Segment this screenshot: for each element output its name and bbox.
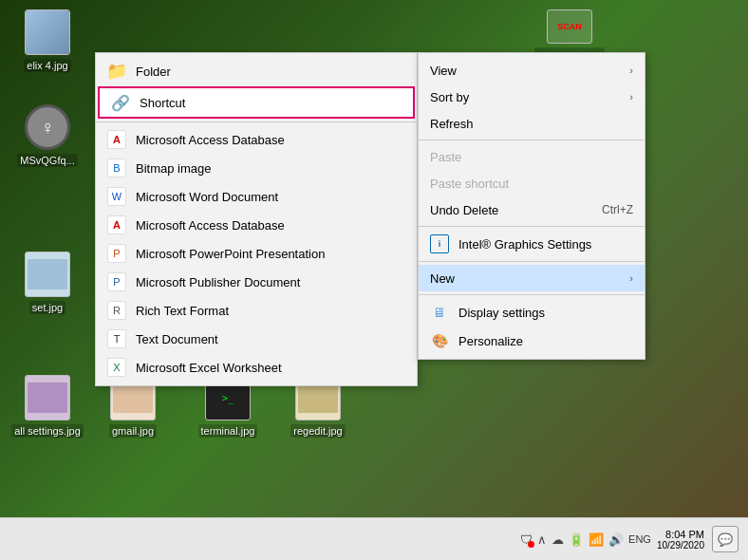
menu-item-label: Microsoft PowerPoint Presentation — [136, 247, 325, 261]
menu-item-label: Sort by — [430, 90, 469, 104]
menu-item-rtf[interactable]: R Rich Text Format — [96, 296, 417, 325]
menu-item-shortcut[interactable]: 🔗 Shortcut — [98, 86, 415, 119]
icon-thumbnail — [25, 375, 70, 420]
menu-item-label: Microsoft Publisher Document — [136, 275, 300, 289]
display-icon: 🖥 — [430, 303, 449, 322]
menu-item-label: Text Document — [136, 332, 218, 346]
excel-icon: X — [107, 358, 126, 377]
arrow-icon: › — [629, 272, 633, 284]
menu-item-txt[interactable]: T Text Document — [96, 325, 417, 353]
rtf-icon: R — [107, 301, 126, 320]
menu-item-label: Shortcut — [140, 96, 185, 110]
menu-item-label: New — [430, 271, 455, 286]
icon-label: regedit.jpg — [290, 424, 345, 438]
menu-item-refresh[interactable]: Refresh — [419, 110, 645, 137]
menu-item-paste: Paste — [419, 143, 645, 170]
menu-item-label: View — [430, 64, 457, 78]
personalize-icon: 🎨 — [430, 331, 449, 350]
menu-item-view[interactable]: View › — [419, 57, 645, 84]
folder-icon: 📁 — [107, 62, 126, 81]
arrow-icon: › — [629, 65, 633, 76]
arrow-up-icon: ∧ — [537, 532, 547, 547]
menu-item-label: Folder — [136, 65, 171, 79]
menu-item-word[interactable]: W Microsoft Word Document — [96, 182, 417, 211]
desktop-icon-msvqgfq[interactable]: ♀ MSvQGfq... — [9, 104, 85, 167]
menu-item-paste-shortcut: Paste shortcut — [419, 170, 645, 196]
word-icon: W — [107, 187, 126, 206]
desktop: elix 4.jpg ♀ MSvQGfq... set.jpg all sett… — [0, 0, 748, 517]
menu-divider — [419, 294, 645, 295]
menu-item-label: Undo Delete — [430, 203, 498, 217]
battery-icon: 🔋 — [569, 532, 584, 547]
chat-icon[interactable]: 💬 — [712, 526, 739, 552]
volume-icon: 🔊 — [608, 532, 624, 547]
shortcut-icon: 🔗 — [111, 93, 130, 112]
icon-label: gmail.jpg — [109, 424, 157, 438]
intel-icon: i — [430, 234, 449, 253]
menu-item-pub[interactable]: P Microsoft Publisher Document — [96, 268, 417, 296]
clock-date: 10/29/2020 — [657, 540, 704, 551]
arrow-icon: › — [629, 91, 633, 103]
chat-icon-symbol: 💬 — [718, 532, 733, 547]
wifi-icon: 📶 — [589, 532, 604, 547]
desktop-icon-elix4[interactable]: elix 4.jpg — [9, 9, 85, 72]
menu-item-label: Intel® Graphics Settings — [458, 237, 591, 252]
menu-item-bitmap[interactable]: B Bitmap image — [96, 154, 417, 182]
menu-divider — [419, 140, 645, 140]
menu-item-sort-by[interactable]: Sort by › — [419, 84, 645, 110]
menu-item-access1[interactable]: A Microsoft Access Database — [96, 125, 417, 154]
menu-item-label: Display settings — [458, 306, 545, 320]
lang-label: ENG — [628, 533, 651, 545]
menu-item-label: Personalize — [458, 334, 523, 348]
icon-label: set.jpg — [29, 301, 65, 314]
taskbar-clock[interactable]: 8:04 PM 10/29/2020 — [657, 529, 704, 551]
menu-item-excel[interactable]: X Microsoft Excel Worksheet — [96, 353, 417, 382]
menu-divider — [419, 261, 645, 262]
menu-item-undo-delete[interactable]: Undo Delete Ctrl+Z — [419, 196, 645, 223]
taskbar: 🛡 ∧ ☁ 🔋 📶 🔊 ENG 8:04 PM 10/29/2020 💬 — [0, 517, 748, 560]
menu-divider — [96, 121, 417, 122]
icon-label: elix 4.jpg — [24, 59, 70, 72]
access-icon-2: A — [107, 215, 126, 234]
icon-thumbnail — [25, 252, 70, 297]
menu-item-label: Bitmap image — [136, 161, 211, 176]
txt-icon: T — [107, 329, 126, 348]
bitmap-icon: B — [107, 159, 126, 177]
main-context-menu: View › Sort by › Refresh Paste Paste sho… — [418, 52, 645, 360]
security-alert-badge — [528, 541, 534, 548]
menu-item-label: Paste shortcut — [430, 177, 509, 191]
context-menu-container: 📁 Folder 🔗 Shortcut A Microsoft Access D… — [95, 52, 645, 386]
clock-time: 8:04 PM — [657, 529, 704, 540]
icon-thumbnail — [25, 9, 70, 55]
new-submenu: 📁 Folder 🔗 Shortcut A Microsoft Access D… — [95, 52, 418, 386]
menu-item-label: Microsoft Word Document — [136, 190, 278, 204]
system-tray: 🛡 ∧ ☁ 🔋 📶 🔊 ENG — [520, 532, 651, 547]
access-icon: A — [107, 130, 126, 149]
menu-item-display-settings[interactable]: 🖥 Display settings — [419, 298, 645, 327]
menu-item-new[interactable]: New › — [419, 265, 645, 291]
menu-item-label: Rich Text Format — [136, 304, 229, 318]
menu-item-label: Refresh — [430, 117, 474, 131]
security-icon: 🛡 — [520, 532, 533, 547]
ppt-icon: P — [107, 244, 126, 263]
menu-divider — [419, 226, 645, 227]
menu-item-ppt[interactable]: P Microsoft PowerPoint Presentation — [96, 239, 417, 268]
menu-item-folder[interactable]: 📁 Folder — [96, 57, 417, 85]
icon-thumbnail: ♀ — [25, 104, 70, 150]
menu-item-access2[interactable]: A Microsoft Access Database — [96, 211, 417, 239]
cloud-icon: ☁ — [552, 532, 564, 547]
menu-item-label: Paste — [430, 150, 461, 164]
icon-thumbnail: SCAN — [547, 9, 592, 44]
menu-item-label: Microsoft Access Database — [136, 218, 285, 233]
icon-label: terminal.jpg — [198, 424, 258, 438]
icon-label: MSvQGfq... — [17, 154, 77, 167]
desktop-icon-all-settings[interactable]: all settings.jpg — [9, 375, 85, 438]
icon-label: all settings.jpg — [11, 424, 84, 438]
keyboard-shortcut: Ctrl+Z — [602, 203, 633, 216]
menu-item-label: Microsoft Access Database — [136, 133, 285, 147]
pub-icon: P — [107, 272, 126, 291]
menu-item-personalize[interactable]: 🎨 Personalize — [419, 327, 645, 355]
desktop-icon-set[interactable]: set.jpg — [9, 252, 85, 314]
menu-item-intel[interactable]: i Intel® Graphics Settings — [419, 230, 645, 258]
menu-item-label: Microsoft Excel Worksheet — [136, 361, 282, 375]
